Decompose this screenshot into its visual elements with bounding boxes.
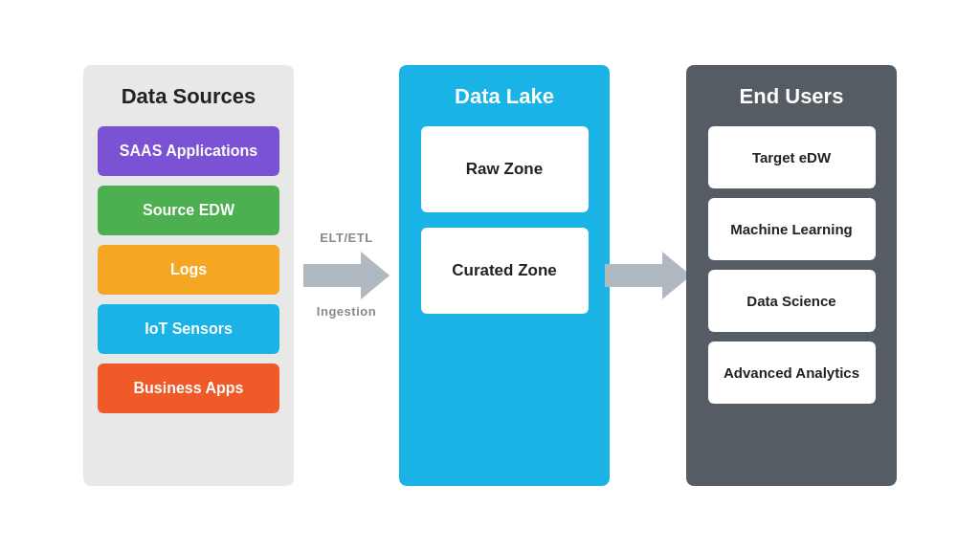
- user-edw: Target eDW: [708, 126, 876, 188]
- diagram: Data Sources SAAS Applications Source ED…: [21, 36, 959, 515]
- data-lake-column: Data Lake Raw Zone Curated Zone: [399, 65, 610, 486]
- source-logs: Logs: [98, 245, 279, 295]
- ingest-arrow-icon: [303, 247, 390, 304]
- user-ml: Machine Learning: [708, 198, 876, 260]
- end-users-column: End Users Target eDW Machine Learning Da…: [686, 65, 897, 486]
- end-users-title: End Users: [740, 84, 844, 109]
- arrow-ingest-group: ELT/ETL Ingestion: [303, 231, 390, 320]
- data-sources-column: Data Sources SAAS Applications Source ED…: [83, 65, 294, 486]
- source-biz: Business Apps: [98, 364, 279, 413]
- svg-marker-0: [303, 252, 390, 299]
- data-lake-title: Data Lake: [455, 84, 554, 109]
- data-sources-title: Data Sources: [122, 84, 256, 109]
- arrow-users-area: [610, 65, 686, 486]
- source-iot: IoT Sensors: [98, 304, 279, 354]
- user-analytics: Advanced Analytics: [708, 342, 876, 404]
- zone-curated: Curated Zone: [421, 228, 589, 314]
- svg-marker-1: [605, 252, 691, 299]
- source-saas: SAAS Applications: [98, 126, 279, 176]
- user-ds: Data Science: [708, 270, 876, 332]
- zone-raw: Raw Zone: [421, 126, 589, 212]
- source-edw: Source EDW: [98, 186, 279, 235]
- arrow-ingestion-label: Ingestion: [317, 304, 376, 319]
- arrow-elt-label: ELT/ETL: [320, 231, 372, 245]
- users-arrow-icon: [605, 247, 691, 304]
- arrow-ingest-area: ELT/ETL Ingestion: [294, 65, 399, 486]
